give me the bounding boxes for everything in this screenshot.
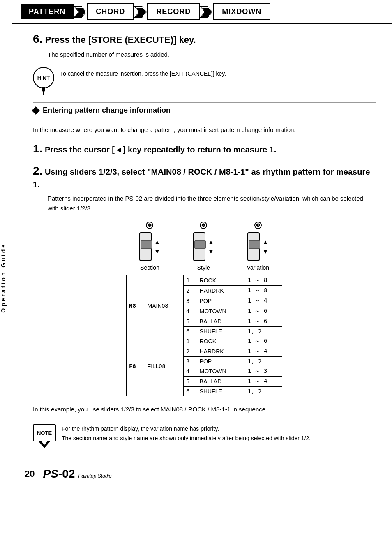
section-heading-text: Entering pattern change information	[43, 106, 171, 115]
hint-text: To cancel the measure insertion, press t…	[60, 67, 226, 78]
slider-1-label: Section	[140, 264, 159, 271]
slider-1-num: ❶	[146, 222, 153, 229]
sidebar-label: Operation Guide	[0, 0, 12, 485]
step-6-desc: The specified number of measures is adde…	[48, 50, 376, 60]
hint-box: HINT To cancel the measure insertion, pr…	[33, 67, 376, 95]
step-1-heading: 1. Press the cursor [◄] key repeatedly t…	[33, 142, 376, 155]
brand-logo: PS - 02 Palmtop Studio	[43, 467, 111, 480]
slider-2-label: Style	[197, 264, 210, 271]
nav-pattern[interactable]: PATTERN	[21, 4, 74, 19]
slider-3-visual: ▲ ▼	[247, 232, 268, 261]
slider-3-label: Variation	[247, 264, 269, 271]
intro-text: In the measure where you want to change …	[33, 125, 376, 135]
note-icon: NOTE	[33, 424, 56, 441]
slider-variation: ❸ ▲ ▼ Variation	[247, 222, 269, 271]
step-1: 1. Press the cursor [◄] key repeatedly t…	[33, 142, 376, 155]
step-2-heading: 2. Using sliders 1/2/3, select "MAIN08 /…	[33, 163, 376, 190]
pattern-table-wrapper: M8MAIN081ROCK1 ～ 82HARDRK1 ～ 83POP1 ～ 44…	[33, 275, 376, 396]
slider-section: ❶ ▲ ▼ Section	[139, 222, 160, 271]
section-heading: Entering pattern change information	[33, 102, 376, 118]
sliders-diagram: ❶ ▲ ▼ Section ❷	[33, 222, 376, 271]
nav-mixdown[interactable]: MIXDOWN	[213, 3, 270, 20]
step-6-heading: 6. Press the [STORE (EXECUTE)] key.	[33, 32, 376, 46]
table-row: F8FILL081ROCK1 ～ 6	[127, 336, 282, 346]
step-6: 6. Press the [STORE (EXECUTE)] key. The …	[33, 32, 376, 60]
footer: 20 PS - 02 Palmtop Studio	[12, 462, 392, 485]
nav-record-label: RECORD	[147, 3, 200, 20]
table-row: M8MAIN081ROCK1 ～ 8	[127, 275, 282, 286]
bottom-text: In this example, you use sliders 1/2/3 t…	[33, 404, 376, 414]
nav-record[interactable]: RECORD	[147, 3, 200, 20]
nav-arrow-1	[74, 5, 87, 18]
nav-mixdown-label: MIXDOWN	[213, 3, 270, 20]
note-box: NOTE For the rhythm pattern display, the…	[33, 423, 376, 448]
note-text: For the rhythm pattern display, the vari…	[62, 423, 311, 443]
step-2-desc: Patterns incorporated in the PS-02 are d…	[48, 194, 376, 213]
slider-2-num: ❷	[200, 222, 207, 229]
slider-2-visual: ▲ ▼	[193, 232, 214, 261]
nav-arrow-2	[134, 5, 147, 18]
footer-dashes	[120, 474, 380, 474]
step-2: 2. Using sliders 1/2/3, select "MAIN08 /…	[33, 163, 376, 213]
slider-style: ❷ ▲ ▼ Style	[193, 222, 214, 271]
slider-1-visual: ▲ ▼	[139, 232, 160, 261]
nav-arrow-3	[200, 5, 213, 18]
nav-chord-label: CHORD	[87, 3, 134, 20]
nav-pattern-label: PATTERN	[21, 4, 74, 19]
hint-icon: HINT	[33, 67, 54, 88]
nav-chord[interactable]: CHORD	[87, 3, 134, 20]
slider-3-num: ❸	[254, 222, 262, 229]
nav-bar: PATTERN CHORD RECORD	[12, 0, 392, 24]
page-number: 20	[25, 469, 35, 479]
diamond-icon	[32, 106, 40, 115]
pattern-table: M8MAIN081ROCK1 ～ 82HARDRK1 ～ 83POP1 ～ 44…	[126, 275, 282, 396]
